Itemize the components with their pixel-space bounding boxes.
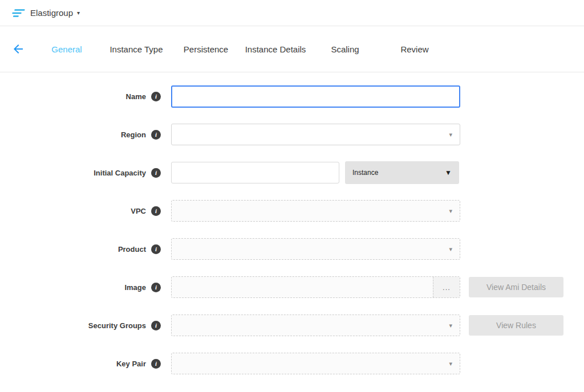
key-pair-select[interactable]: ▾ [171, 353, 460, 374]
info-icon[interactable]: i [151, 206, 161, 216]
info-icon[interactable]: i [151, 283, 161, 292]
tab-instance-details[interactable]: Instance Details [241, 44, 310, 54]
tab-scaling[interactable]: Scaling [310, 44, 380, 54]
app-switcher[interactable]: Elastigroup [30, 8, 73, 18]
chevron-down-icon: ▾ [449, 207, 452, 215]
key-pair-row: Key Pair i ▾ [0, 352, 584, 375]
chevron-down-icon: ▾ [449, 360, 452, 368]
region-label: Region [121, 130, 146, 139]
info-icon[interactable]: i [151, 244, 161, 254]
view-rules-button[interactable]: View Rules [469, 315, 563, 336]
image-browse-button[interactable]: ... [433, 277, 460, 297]
chevron-down-icon: ▾ [449, 322, 452, 329]
initial-capacity-label: Initial Capacity [94, 169, 146, 177]
dropdown-caret-icon: ▼ [445, 169, 452, 177]
elastigroup-logo-icon [10, 7, 25, 19]
product-label: Product [118, 245, 146, 254]
region-row: Region i ▾ [0, 123, 584, 146]
tab-review[interactable]: Review [380, 44, 449, 54]
tab-general[interactable]: General [32, 44, 102, 54]
chevron-down-icon: ▾ [449, 246, 452, 253]
key-pair-label: Key Pair [116, 360, 146, 368]
initial-capacity-input[interactable] [171, 162, 339, 183]
view-ami-details-button[interactable]: View Ami Details [469, 277, 563, 297]
security-groups-row: Security Groups i ▾ View Rules [0, 314, 584, 337]
vpc-row: VPC i ▾ [0, 199, 584, 222]
name-label: Name [126, 92, 146, 101]
image-label: Image [124, 283, 146, 292]
region-select[interactable]: ▾ [171, 124, 460, 145]
back-arrow-icon[interactable] [11, 42, 25, 56]
vpc-select[interactable]: ▾ [171, 200, 460, 222]
security-groups-label: Security Groups [88, 321, 146, 330]
info-icon[interactable]: i [151, 321, 161, 330]
top-bar: Elastigroup ▾ [0, 0, 584, 26]
product-select[interactable]: ▾ [171, 238, 460, 260]
image-input[interactable] [172, 277, 433, 297]
name-row: Name i [0, 85, 584, 108]
tabs: General Instance Type Persistence Instan… [32, 44, 449, 54]
wizard-tab-bar: General Instance Type Persistence Instan… [0, 26, 584, 72]
name-input[interactable] [171, 85, 460, 108]
info-icon[interactable]: i [151, 130, 161, 140]
general-form: Name i Region i ▾ Initial Capacity i Ins [0, 72, 584, 375]
chevron-down-icon[interactable]: ▾ [77, 10, 80, 16]
info-icon[interactable]: i [151, 359, 161, 369]
product-row: Product i ▾ [0, 238, 584, 260]
security-groups-select[interactable]: ▾ [171, 315, 460, 336]
tab-persistence[interactable]: Persistence [171, 44, 241, 54]
capacity-unit-select[interactable]: Instance ▼ [345, 161, 459, 184]
tab-instance-type[interactable]: Instance Type [102, 44, 171, 54]
image-field-group: ... [171, 276, 460, 298]
initial-capacity-row: Initial Capacity i Instance ▼ [0, 161, 584, 184]
capacity-unit-value: Instance [352, 169, 378, 177]
image-row: Image i ... View Ami Details [0, 276, 584, 299]
vpc-label: VPC [131, 207, 146, 215]
chevron-down-icon: ▾ [449, 131, 452, 138]
info-icon[interactable]: i [151, 168, 161, 178]
info-icon[interactable]: i [151, 92, 161, 101]
